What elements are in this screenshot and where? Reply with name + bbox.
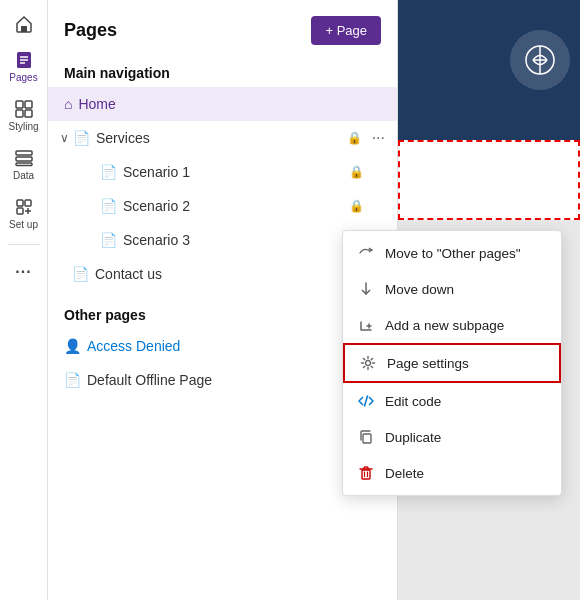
scenario1-label: Scenario 1 [123, 164, 349, 180]
delete-icon [357, 464, 375, 482]
nav-item-services[interactable]: ∨ 📄 Services 🔒 ··· [48, 121, 397, 155]
add-page-button[interactable]: + Page [311, 16, 381, 45]
edit-code-label: Edit code [385, 394, 441, 409]
nav-item-home[interactable]: ⌂ Home ··· [48, 87, 397, 121]
sidebar-more-label: ... [15, 259, 31, 277]
sidebar-setup-label: Set up [9, 219, 38, 230]
menu-item-page-settings[interactable]: Page settings [343, 343, 561, 383]
move-down-label: Move down [385, 282, 454, 297]
offline-icon: 📄 [64, 372, 81, 388]
services-menu-button[interactable]: ··· [368, 127, 389, 149]
sidebar-item-setup[interactable]: Set up [2, 191, 46, 236]
svg-rect-13 [25, 200, 31, 206]
scenario3-label: Scenario 3 [123, 232, 349, 248]
pages-header: Pages + Page [48, 0, 397, 57]
page-title: Pages [64, 20, 117, 41]
preview-circle [510, 30, 570, 90]
pages-icon [14, 50, 34, 70]
contact-label: Contact us [95, 266, 368, 282]
home-label: Home [78, 96, 367, 112]
access-denied-label: Access Denied [87, 338, 368, 354]
page-settings-label: Page settings [387, 356, 469, 371]
contact-icon: 📄 [72, 266, 89, 282]
move-to-other-label: Move to "Other pages" [385, 246, 521, 261]
context-menu: Move to "Other pages" Move down Add a ne… [342, 230, 562, 496]
sidebar-item-styling[interactable]: Styling [2, 93, 46, 138]
sidebar-item-more[interactable]: ... [2, 253, 46, 283]
add-subpage-icon [357, 316, 375, 334]
scenario2-icon: 📄 [100, 198, 117, 214]
svg-line-21 [365, 396, 368, 406]
main-nav-header: Main navigation [48, 57, 397, 87]
services-lock-icon: 🔒 [347, 131, 362, 145]
scenario2-label: Scenario 2 [123, 198, 349, 214]
edit-code-icon [357, 392, 375, 410]
svg-rect-12 [17, 200, 23, 206]
delete-label: Delete [385, 466, 424, 481]
icon-sidebar: Pages Styling Data [0, 0, 48, 600]
menu-item-add-subpage[interactable]: Add a new subpage [343, 307, 561, 343]
svg-rect-11 [16, 163, 32, 166]
access-denied-icon: 👤 [64, 338, 81, 354]
page-settings-icon [359, 354, 377, 372]
scenario1-lock: 🔒 [349, 165, 364, 179]
scenario1-icon: 📄 [100, 164, 117, 180]
menu-item-move-to-other[interactable]: Move to "Other pages" [343, 235, 561, 271]
menu-item-edit-code[interactable]: Edit code [343, 383, 561, 419]
svg-point-20 [366, 361, 371, 366]
move-to-other-icon [357, 244, 375, 262]
sidebar-item-home[interactable] [2, 8, 46, 40]
svg-rect-5 [16, 101, 23, 108]
services-file-icon: 📄 [73, 130, 90, 146]
menu-item-move-down[interactable]: Move down [343, 271, 561, 307]
services-chevron: ∨ [60, 131, 69, 145]
menu-item-delete[interactable]: Delete [343, 455, 561, 491]
setup-icon [14, 197, 34, 217]
home-icon: ⌂ [64, 96, 72, 112]
sidebar-item-data[interactable]: Data [2, 142, 46, 187]
nav-item-scenario1[interactable]: 📄 Scenario 1 🔒 ··· [48, 155, 397, 189]
svg-rect-9 [16, 151, 32, 155]
sidebar-styling-label: Styling [8, 121, 38, 132]
home-nav-icon [14, 14, 34, 34]
sidebar-divider [8, 244, 40, 245]
nav-item-scenario2[interactable]: 📄 Scenario 2 🔒 ··· [48, 189, 397, 223]
scenario3-icon: 📄 [100, 232, 117, 248]
preview-white-strip [398, 140, 580, 220]
duplicate-icon [357, 428, 375, 446]
sidebar-pages-label: Pages [9, 72, 37, 83]
svg-rect-8 [25, 110, 32, 117]
styling-icon [14, 99, 34, 119]
menu-item-duplicate[interactable]: Duplicate [343, 419, 561, 455]
svg-rect-6 [25, 101, 32, 108]
sidebar-item-pages[interactable]: Pages [2, 44, 46, 89]
svg-rect-7 [16, 110, 23, 117]
svg-rect-10 [16, 157, 32, 161]
offline-label: Default Offline Page [87, 372, 368, 388]
add-subpage-label: Add a new subpage [385, 318, 504, 333]
svg-rect-14 [17, 208, 23, 214]
svg-rect-22 [363, 434, 371, 443]
sidebar-data-label: Data [13, 170, 34, 181]
move-down-icon [357, 280, 375, 298]
duplicate-label: Duplicate [385, 430, 441, 445]
svg-rect-23 [362, 470, 370, 479]
data-icon [14, 148, 34, 168]
svg-rect-0 [21, 26, 27, 32]
services-label: Services [96, 130, 347, 146]
scenario2-lock: 🔒 [349, 199, 364, 213]
